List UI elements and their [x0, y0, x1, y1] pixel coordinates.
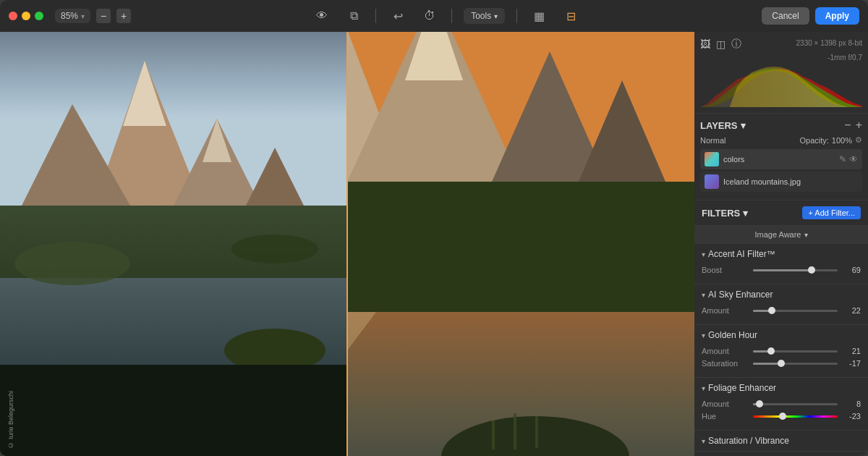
eye-icon[interactable]: 👁 — [312, 6, 332, 26]
history-icon[interactable]: ⏱ — [420, 6, 440, 26]
layers-actions: − + — [844, 119, 862, 131]
boost-slider-row: Boost 69 — [702, 266, 861, 274]
gh-saturation-row: Saturation -17 — [702, 359, 861, 368]
opacity-gear-icon[interactable]: ⚙ — [855, 135, 862, 145]
layer-edit-icon[interactable]: ✎ — [839, 154, 846, 164]
remove-layer-button[interactable]: − — [844, 119, 851, 131]
amount-thumb[interactable] — [768, 307, 775, 314]
filter-title-golden-hour[interactable]: ▾ Golden Hour — [694, 325, 868, 345]
gh-amount-slider[interactable] — [753, 350, 838, 352]
collapse-icon: ▾ — [702, 291, 705, 299]
gh-saturation-thumb[interactable] — [778, 360, 785, 367]
split-line[interactable] — [346, 32, 348, 456]
zoom-in-button[interactable]: + — [116, 9, 131, 23]
filter-item-golden-hour: ▾ Golden Hour Amount 21 Saturation — [694, 325, 868, 378]
main-content: © Iurie Belegurschi 🖼 ◫ ⓘ 2330 × 1398 px… — [0, 32, 868, 456]
fe-amount-row: Amount 8 — [702, 400, 861, 408]
split-view-icon[interactable]: ⧉ — [344, 6, 364, 26]
filter-item-foliage: ▾ Foliage Enhancer Amount 8 Hue — [694, 378, 868, 431]
close-button[interactable] — [9, 12, 17, 20]
add-filter-button[interactable]: + Add Filter... — [802, 206, 861, 219]
chevron-down-icon: ▾ — [81, 12, 85, 20]
gh-saturation-slider[interactable] — [753, 363, 838, 365]
info-icon[interactable]: ⓘ — [731, 38, 741, 51]
filter-group-image-aware[interactable]: Image Aware ▾ — [694, 226, 868, 244]
svg-rect-32 — [514, 413, 516, 449]
histogram-canvas — [700, 64, 862, 107]
split-image: © Iurie Belegurschi — [0, 32, 694, 456]
titlebar: 85% ▾ − + 👁 ⧉ ↩ ⏱ Tools ▾ ▦ ⊟ Cancel App… — [0, 0, 868, 32]
after-image — [347, 32, 694, 456]
traffic-lights — [9, 12, 43, 20]
sliders-icon[interactable]: ⊟ — [561, 6, 581, 26]
histogram-icons: 🖼 ◫ ⓘ 2330 × 1398 px 8-bit — [700, 38, 862, 51]
after-landscape — [347, 32, 694, 456]
fe-hue-row: Hue -23 — [702, 412, 861, 421]
layers-title[interactable]: LAYERS ▾ — [700, 120, 746, 131]
tools-label: Tools — [471, 11, 491, 21]
separator — [375, 9, 376, 23]
apply-button[interactable]: Apply — [815, 7, 859, 25]
fe-hue-slider[interactable] — [753, 415, 838, 418]
boost-thumb[interactable] — [808, 266, 815, 274]
filter-item-ai-sky: ▾ AI Sky Enhancer Amount 22 — [694, 284, 868, 325]
svg-rect-12 — [0, 365, 347, 456]
filters-title[interactable]: FILTERS ▾ — [702, 208, 748, 219]
gh-amount-value: 21 — [842, 347, 861, 355]
layer-visibility-icon[interactable]: 👁 — [849, 154, 858, 164]
gh-saturation-value: -17 — [842, 359, 861, 368]
gh-amount-thumb[interactable] — [767, 347, 775, 355]
boost-label: Boost — [702, 266, 749, 274]
minimize-button[interactable] — [22, 12, 30, 20]
filter-title-saturation[interactable]: ▾ Saturation / Vibrance — [694, 431, 868, 451]
gh-amount-row: Amount 21 — [702, 347, 861, 355]
separator-3 — [516, 9, 517, 23]
boost-slider[interactable] — [753, 269, 838, 271]
collapse-icon: ▾ — [702, 250, 705, 258]
svg-point-10 — [231, 235, 318, 263]
chevron-down-icon: ▾ — [804, 231, 808, 239]
right-panel: 🖼 ◫ ⓘ 2330 × 1398 px 8-bit -1mm f/0.7 — [694, 32, 868, 456]
fe-hue-thumb[interactable] — [779, 413, 786, 420]
layer-item-photo[interactable]: Iceland mountains.jpg — [700, 172, 862, 192]
filter-controls-accent-ai: Boost 69 — [694, 264, 868, 284]
zoom-out-button[interactable]: − — [96, 9, 111, 23]
image-icon[interactable]: 🖼 — [700, 38, 710, 50]
layers-icon[interactable]: ◫ — [716, 38, 726, 50]
zoom-level: 85% — [61, 11, 78, 21]
filter-item-saturation: ▾ Saturation / Vibrance — [694, 431, 868, 452]
before-landscape — [0, 32, 347, 456]
add-layer-button[interactable]: + — [856, 119, 862, 131]
layer-item-colors[interactable]: colors ✎ 👁 — [700, 149, 862, 169]
collapse-icon: ▾ — [702, 437, 705, 445]
filter-title-foliage[interactable]: ▾ Foliage Enhancer — [694, 378, 868, 398]
filter-title-ai-sky[interactable]: ▾ AI Sky Enhancer — [694, 284, 868, 305]
layout-icon[interactable]: ▦ — [529, 6, 549, 26]
before-image — [0, 32, 347, 456]
fe-amount-thumb[interactable] — [756, 400, 763, 408]
filter-title-accent-ai[interactable]: ▾ Accent AI Filter™ — [694, 244, 868, 264]
filter-name-accent-ai: Accent AI Filter™ — [708, 249, 775, 259]
amount-slider[interactable] — [753, 310, 838, 312]
opacity-control: Opacity: 100% ⚙ — [800, 135, 863, 145]
svg-point-9 — [14, 242, 130, 285]
layer-thumbnail-photo — [705, 174, 719, 189]
undo-icon[interactable]: ↩ — [388, 6, 408, 26]
layer-name-colors: colors — [723, 155, 835, 164]
opacity-label: Opacity: — [800, 136, 829, 145]
cancel-button[interactable]: Cancel — [762, 7, 809, 25]
layers-section: LAYERS ▾ − + Normal Opacity: 100% ⚙ — [694, 114, 868, 200]
maximize-button[interactable] — [35, 12, 43, 20]
amount-value: 22 — [842, 306, 861, 315]
fe-amount-label: Amount — [702, 400, 749, 408]
fe-amount-slider[interactable] — [753, 403, 838, 405]
opacity-row: Normal Opacity: 100% ⚙ — [700, 135, 862, 145]
separator-2 — [451, 9, 452, 23]
amount-slider-row: Amount 22 — [702, 306, 861, 315]
canvas-area[interactable]: © Iurie Belegurschi — [0, 32, 694, 456]
layers-header: LAYERS ▾ − + — [700, 119, 862, 131]
tools-menu[interactable]: Tools ▾ — [464, 8, 505, 24]
svg-rect-31 — [492, 421, 495, 449]
blend-mode-selector[interactable]: Normal — [700, 136, 726, 145]
chevron-down-icon: ▾ — [741, 120, 746, 131]
